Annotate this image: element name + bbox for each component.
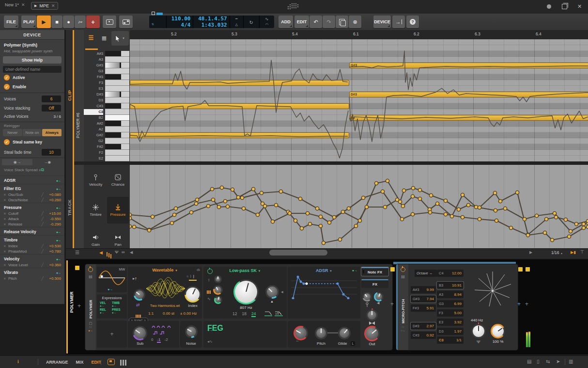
tuning-cell-C4[interactable]: C412.00	[437, 270, 464, 277]
mod-target-row[interactable]: ✕Pitch╱+0.500	[0, 276, 64, 281]
piano-key-E3[interactable]	[105, 86, 129, 92]
info-icon[interactable]: i	[17, 359, 19, 364]
pressure-point[interactable]	[210, 187, 214, 191]
pressure-point[interactable]	[495, 219, 498, 222]
pressure-point[interactable]	[474, 205, 478, 208]
retrigger-option-note-on[interactable]: Note on	[23, 129, 42, 136]
pressure-point[interactable]	[586, 225, 588, 228]
polymer-expression-timb[interactable]: TIMB●→	[112, 301, 124, 307]
delete-button[interactable]: ⊗	[349, 16, 361, 28]
minimize-button[interactable]	[547, 4, 551, 9]
pressure-point[interactable]	[386, 179, 389, 182]
pressure-point[interactable]	[444, 199, 447, 202]
pressure-point[interactable]	[383, 205, 387, 208]
osc-semitones[interactable]: 0.00 st	[163, 311, 174, 316]
pressure-point[interactable]	[256, 213, 259, 216]
pressure-point[interactable]	[172, 213, 176, 216]
sub-octave--1[interactable]: -1	[157, 337, 160, 343]
pressure-point[interactable]	[271, 220, 274, 223]
tempo-cell[interactable]: 110.00 4/4	[167, 16, 193, 28]
micropitch-grid-icon[interactable]: ∷	[402, 325, 404, 329]
midi-note-B2[interactable]: B2	[349, 115, 588, 121]
pressure-point[interactable]	[411, 212, 414, 216]
piano-key-G#3[interactable]	[105, 63, 129, 68]
shape-knob[interactable]	[134, 289, 145, 301]
pressure-point[interactable]	[374, 181, 378, 185]
mod-targets-tab[interactable]: →◉	[32, 159, 63, 165]
file-menu-button[interactable]: FILE	[4, 16, 18, 28]
pressure-point[interactable]	[130, 213, 132, 216]
clip-play-icon[interactable]: ▶	[34, 4, 37, 8]
tab-track[interactable]: TRACK	[67, 187, 72, 216]
scroll-right-icon[interactable]: ▶	[529, 250, 532, 255]
help-button[interactable]: ?	[406, 16, 419, 28]
wavetable-name[interactable]: Two Harmonics.wt	[142, 304, 187, 308]
tuning-cell-C3[interactable]: C31/1	[437, 336, 464, 344]
pressure-point[interactable]	[319, 224, 322, 227]
pressure-point[interactable]	[194, 202, 198, 205]
filter-pole-18[interactable]: 18	[242, 311, 246, 317]
pressure-point[interactable]	[365, 205, 368, 208]
device-power-icon[interactable]	[88, 267, 93, 272]
pressure-point[interactable]	[402, 189, 405, 192]
pressure-point[interactable]	[315, 207, 319, 210]
undo-button[interactable]: ↶	[309, 16, 322, 28]
pressure-point[interactable]	[251, 187, 255, 191]
adsr-envelope-display[interactable]	[291, 274, 357, 299]
pressure-point[interactable]	[574, 222, 578, 225]
expression-bars-icon[interactable]	[107, 250, 108, 258]
filter-pole-24[interactable]: 24	[251, 311, 256, 317]
pressure-point[interactable]	[220, 186, 223, 189]
pressure-point[interactable]	[261, 202, 264, 205]
pressure-point[interactable]	[526, 233, 529, 237]
piano-key-C#3[interactable]	[105, 103, 129, 109]
midi-note[interactable]	[130, 80, 349, 86]
amount-knob[interactable]	[491, 324, 505, 338]
fx-tab[interactable]: FX	[361, 279, 388, 288]
pressure-point[interactable]	[274, 203, 278, 207]
pointer-tool-button[interactable]: ▼	[111, 31, 129, 46]
device-menu-button[interactable]: DEVICE	[373, 16, 391, 28]
piano-key-D3[interactable]	[105, 97, 129, 103]
micropitch-device-name[interactable]: MICRO-PITCH	[401, 282, 405, 323]
pressure-point[interactable]	[435, 202, 439, 205]
timeline-ruler[interactable]: 5.25.35.46.16.26.36.4	[130, 30, 588, 39]
pressure-point[interactable]	[543, 231, 546, 234]
amp-env-type-select[interactable]: ADSR ▼	[288, 268, 360, 273]
out-knob[interactable]	[364, 326, 380, 341]
mod-section-header[interactable]: Timbre●→	[0, 235, 64, 243]
reference-pitch-knob[interactable]	[471, 324, 486, 338]
mod-section-header[interactable]: Pressure●→	[0, 203, 64, 211]
tuning-cell-C#3[interactable]: C#30.92	[411, 332, 436, 339]
pressure-point[interactable]	[132, 225, 136, 228]
expression-button-velocity[interactable]: Velocity	[85, 167, 107, 193]
pressure-point[interactable]	[332, 215, 336, 219]
preset-folder-icon[interactable]: ▤	[89, 274, 93, 279]
wavetable-display[interactable]	[146, 272, 185, 304]
feg-mod-arrow-icon[interactable]: ●→	[207, 328, 213, 332]
pressure-point[interactable]	[236, 195, 240, 199]
tab-clip[interactable]: CLIP	[67, 72, 72, 101]
piano-key-F2[interactable]	[105, 150, 129, 156]
tuning-cell-B3[interactable]: B310.91	[437, 282, 464, 289]
tuning-cell-A3[interactable]: A38.94	[437, 291, 464, 298]
active-checkbox[interactable]: ✓	[4, 75, 10, 80]
expression-button-pressure[interactable]: Pressure	[107, 197, 129, 224]
tuning-cell-D#3[interactable]: D#32.97	[411, 322, 436, 330]
horizontal-scrollbar[interactable]	[269, 250, 327, 256]
resonance-knob[interactable]	[265, 285, 279, 299]
restore-button[interactable]	[562, 4, 567, 9]
pressure-point[interactable]	[242, 207, 245, 210]
expression-button-chance[interactable]: Chance	[107, 167, 129, 193]
midi-note[interactable]	[130, 132, 349, 138]
pressure-point[interactable]	[288, 211, 291, 215]
pressure-point[interactable]	[478, 206, 481, 209]
view-switch-mix[interactable]: MIX	[76, 360, 84, 365]
piano-key-A3[interactable]	[105, 57, 129, 63]
retrigger-option-never[interactable]: Never	[3, 129, 22, 136]
octave-mode-button[interactable]: Octave →	[415, 270, 437, 277]
add-device-button[interactable]: +	[390, 301, 394, 307]
glide-knob[interactable]	[338, 327, 351, 339]
pressure-point[interactable]	[498, 199, 502, 203]
pressure-point[interactable]	[226, 205, 229, 208]
